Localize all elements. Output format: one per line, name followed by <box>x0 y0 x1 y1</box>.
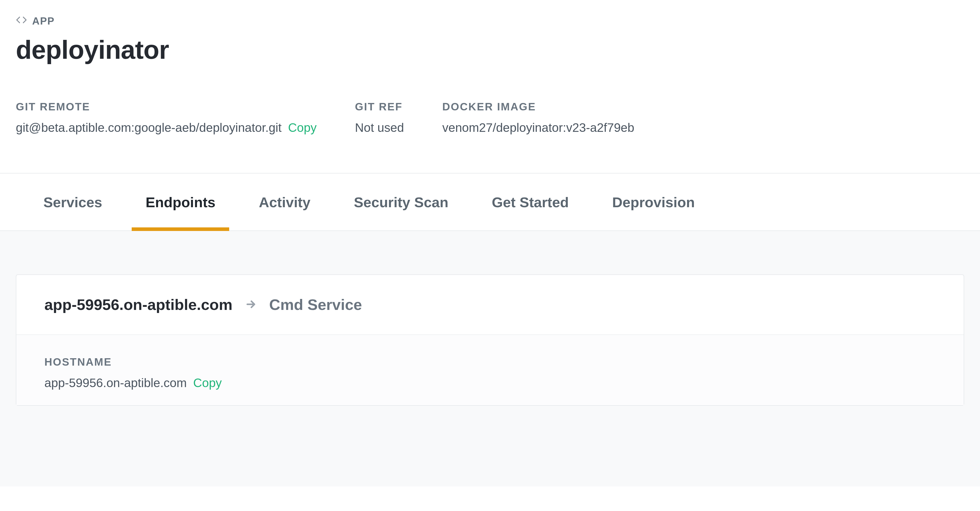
copy-git-remote-button[interactable]: Copy <box>288 121 317 134</box>
tab-deprovision[interactable]: Deprovision <box>612 174 695 230</box>
meta-label: DOCKER IMAGE <box>442 101 635 113</box>
hostname-row: app-59956.on-aptible.com Copy <box>45 376 935 390</box>
endpoint-host[interactable]: app-59956.on-aptible.com <box>45 296 232 313</box>
app-title: deployinator <box>16 35 964 65</box>
meta-value: git@beta.aptible.com:google-aeb/deployin… <box>16 121 317 135</box>
meta-docker-image: DOCKER IMAGE venom27/deployinator:v23-a2… <box>442 101 635 135</box>
endpoint-card-body: HOSTNAME app-59956.on-aptible.com Copy <box>16 335 964 405</box>
breadcrumb-label: APP <box>32 15 55 27</box>
copy-hostname-button[interactable]: Copy <box>193 376 222 390</box>
git-remote-value: git@beta.aptible.com:google-aeb/deployin… <box>16 121 282 134</box>
arrow-right-icon <box>245 298 257 311</box>
app-header: APP deployinator GIT REMOTE git@beta.apt… <box>0 0 980 135</box>
meta-git-ref: GIT REF Not used <box>355 101 404 135</box>
meta-git-remote: GIT REMOTE git@beta.aptible.com:google-a… <box>16 101 317 135</box>
breadcrumb: APP <box>16 14 964 28</box>
hostname-label: HOSTNAME <box>45 356 935 368</box>
meta-label: GIT REMOTE <box>16 101 317 113</box>
app-meta: GIT REMOTE git@beta.aptible.com:google-a… <box>16 101 964 135</box>
tab-services[interactable]: Services <box>43 174 102 230</box>
endpoint-card-header: app-59956.on-aptible.com Cmd Service <box>16 275 964 335</box>
tab-content: app-59956.on-aptible.com Cmd Service HOS… <box>0 231 980 487</box>
code-icon <box>16 14 27 28</box>
tab-security-scan[interactable]: Security Scan <box>354 174 448 230</box>
git-ref-value: Not used <box>355 121 404 135</box>
tab-activity[interactable]: Activity <box>259 174 310 230</box>
docker-image-value: venom27/deployinator:v23-a2f79eb <box>442 121 635 135</box>
endpoint-card: app-59956.on-aptible.com Cmd Service HOS… <box>16 275 964 406</box>
meta-label: GIT REF <box>355 101 404 113</box>
tabs-bar: Services Endpoints Activity Security Sca… <box>0 173 980 231</box>
hostname-value: app-59956.on-aptible.com <box>45 376 187 390</box>
tab-get-started[interactable]: Get Started <box>492 174 569 230</box>
endpoint-service: Cmd Service <box>269 296 362 313</box>
tab-endpoints[interactable]: Endpoints <box>145 174 215 230</box>
